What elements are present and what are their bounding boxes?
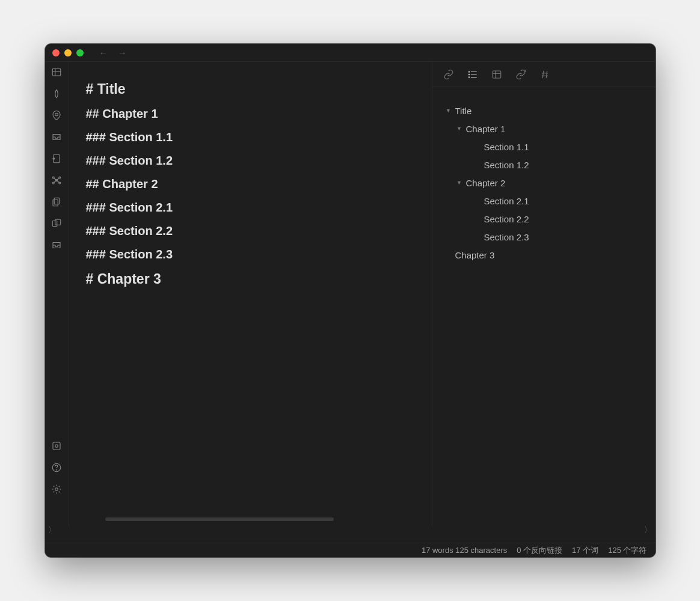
body: # Title ## Chapter 1 ### Section 1.1 ###… (45, 62, 655, 526)
editor-line[interactable]: ## Chapter 2 (86, 176, 415, 192)
svg-point-28 (468, 76, 470, 78)
nav-arrows: ← → (99, 48, 127, 58)
svg-line-34 (542, 71, 544, 78)
right-sidebar: ▼Title ▼Chapter 1 ▼Section 1.1 ▼Section … (432, 62, 655, 526)
settings-icon[interactable] (50, 483, 63, 496)
horizontal-scrollbar[interactable] (105, 517, 334, 521)
status-chars-cn[interactable]: 125 个字符 (608, 545, 646, 556)
outline-item[interactable]: ▼Title (442, 102, 646, 120)
outline-item[interactable]: ▼Chapter 3 (442, 246, 646, 264)
outline-item[interactable]: ▼Section 2.2 (442, 210, 646, 228)
svg-point-3 (55, 113, 58, 116)
svg-point-19 (55, 445, 58, 448)
outline-panel: ▼Title ▼Chapter 1 ▼Section 1.1 ▼Section … (432, 87, 655, 526)
svg-rect-18 (53, 442, 60, 450)
outline-label: Chapter 2 (466, 178, 506, 188)
status-words-cn[interactable]: 17 个词 (572, 545, 598, 556)
nav-back-button[interactable]: ← (99, 48, 108, 58)
disclosure-icon[interactable]: ▼ (455, 126, 464, 132)
outline-item[interactable]: ▼Section 1.1 (442, 138, 646, 156)
outgoing-links-tab[interactable] (515, 69, 526, 80)
svg-point-22 (55, 488, 58, 491)
files-icon[interactable] (50, 195, 63, 209)
svg-line-35 (546, 71, 547, 78)
location-icon[interactable] (50, 109, 63, 122)
status-bar: 17 words 125 characters 0 个反向链接 17 个词 12… (45, 543, 655, 557)
editor-line[interactable]: # Title (86, 80, 415, 99)
editor-line[interactable]: # Chapter 3 (86, 270, 415, 288)
outline-label: Chapter 1 (466, 124, 506, 134)
help-icon[interactable] (50, 461, 63, 474)
panes-icon[interactable] (50, 217, 63, 230)
disclosure-icon[interactable]: ▼ (455, 180, 464, 186)
editor-line[interactable]: ### Section 1.1 (86, 129, 415, 145)
graph-icon[interactable] (50, 174, 63, 187)
svg-point-26 (468, 71, 470, 72)
svg-line-13 (57, 180, 60, 183)
editor-line[interactable]: ### Section 2.3 (86, 246, 415, 263)
editor-line[interactable]: ### Section 2.1 (86, 200, 415, 216)
traffic-lights (52, 49, 84, 56)
vault-icon[interactable] (50, 439, 63, 453)
svg-rect-0 (52, 69, 61, 76)
titlebar: ← → (45, 44, 655, 62)
outline-label: Section 2.3 (484, 232, 529, 242)
backlinks-tab[interactable] (443, 69, 454, 80)
collapse-right-sidebar-button[interactable]: 〉 (644, 526, 652, 534)
editor-line[interactable]: ### Section 1.2 (86, 153, 415, 169)
table-tab[interactable] (491, 69, 502, 80)
outline-label: Section 2.2 (484, 214, 529, 224)
svg-point-21 (57, 469, 57, 470)
collapse-row: 〉 〉 (45, 526, 655, 543)
status-backlinks[interactable]: 0 个反向链接 (517, 545, 562, 556)
minimize-window-button[interactable] (64, 49, 72, 56)
editor-content[interactable]: # Title ## Chapter 1 ### Section 1.1 ###… (69, 62, 432, 526)
insert-template-icon[interactable] (50, 152, 63, 165)
editor-line[interactable]: ## Chapter 1 (86, 106, 415, 122)
disclosure-icon[interactable]: ▼ (444, 108, 453, 114)
svg-line-12 (54, 180, 57, 183)
outline-label: Section 1.1 (484, 142, 529, 152)
outline-item[interactable]: ▼Section 1.2 (442, 156, 646, 174)
right-tabs (432, 62, 655, 87)
tags-tab[interactable] (539, 69, 550, 80)
ribbon-bottom (50, 439, 63, 496)
app-window: ← → (45, 44, 655, 557)
outline-label: Chapter 3 (455, 250, 495, 260)
outline-item[interactable]: ▼Section 2.3 (442, 228, 646, 246)
search-icon[interactable] (50, 87, 63, 100)
inbox-icon[interactable] (50, 130, 63, 144)
svg-point-27 (468, 74, 470, 75)
status-words-characters[interactable]: 17 words 125 characters (422, 546, 507, 555)
outline-item[interactable]: ▼Chapter 1 (442, 120, 646, 138)
editor-line[interactable]: ### Section 2.2 (86, 223, 415, 239)
file-explorer-icon[interactable] (50, 66, 63, 79)
archive-icon[interactable] (50, 239, 63, 252)
expand-left-sidebar-button[interactable]: 〉 (48, 526, 57, 534)
svg-line-10 (54, 178, 57, 181)
maximize-window-button[interactable] (76, 49, 84, 56)
outline-label: Section 2.1 (484, 196, 529, 206)
nav-forward-button[interactable]: → (118, 48, 127, 58)
outline-item[interactable]: ▼Section 2.1 (442, 192, 646, 210)
outline-item[interactable]: ▼Chapter 2 (442, 174, 646, 192)
outline-label: Title (455, 106, 472, 116)
svg-rect-14 (54, 198, 59, 204)
close-window-button[interactable] (52, 49, 60, 56)
editor-pane: # Title ## Chapter 1 ### Section 1.1 ###… (69, 62, 432, 526)
svg-rect-17 (55, 219, 61, 225)
svg-rect-15 (53, 200, 58, 206)
svg-rect-29 (493, 71, 501, 78)
svg-rect-16 (52, 221, 57, 227)
svg-line-11 (57, 178, 60, 181)
outline-label: Section 1.2 (484, 160, 529, 170)
outline-tab[interactable] (467, 69, 478, 80)
left-ribbon (45, 62, 69, 526)
